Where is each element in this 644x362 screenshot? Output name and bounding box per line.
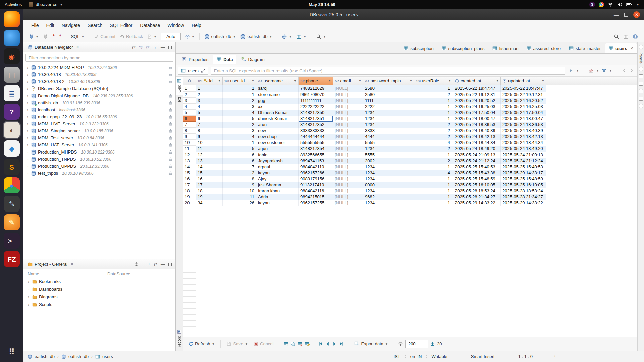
project-tree-item[interactable]: › Bookmarks bbox=[23, 278, 175, 285]
row-number-cell[interactable]: 12 bbox=[183, 152, 196, 158]
cell-userrole[interactable]: 2 bbox=[414, 92, 453, 98]
database-selector[interactable]: eatfish_db▼ bbox=[203, 33, 238, 40]
cell-phone[interactable]: 9962157255 bbox=[299, 200, 333, 206]
breadcrumb-schema[interactable]: eatfish_db bbox=[68, 354, 89, 359]
row-number-cell[interactable]: 3 bbox=[183, 98, 196, 104]
system-menu-chevron-icon[interactable]: ▼ bbox=[636, 3, 639, 6]
table-row[interactable]: 3 3 2 ggg 1111111111 [NULL] 1111 1 2025- bbox=[183, 98, 546, 104]
cell-user-id[interactable]: 6 bbox=[223, 158, 256, 164]
dbeaver-icon[interactable]: ◐ bbox=[4, 122, 20, 138]
cell-user-id[interactable]: 3 bbox=[223, 104, 256, 110]
close-panel-icon[interactable]: ✕ bbox=[76, 45, 79, 49]
search-button[interactable]: ▼ bbox=[314, 33, 328, 40]
cell-password-mpin[interactable]: 3333 bbox=[363, 128, 414, 134]
cell-updated-at[interactable]: 2025-05-24 16:20:52 bbox=[501, 98, 546, 104]
cell-password-mpin[interactable]: 1234 bbox=[363, 110, 414, 116]
table-row[interactable]: 4 4 3 xx 2222222222 [NULL] 2222 1 2025-0 bbox=[183, 104, 546, 110]
cell-userrole[interactable]: 1 bbox=[414, 164, 453, 170]
cell-userrole[interactable]: 2 bbox=[414, 122, 453, 128]
gear-icon[interactable] bbox=[134, 262, 139, 266]
firefox-icon[interactable] bbox=[4, 11, 20, 27]
expander-icon[interactable]: › bbox=[26, 122, 29, 126]
row-number-cell[interactable]: 5 bbox=[183, 110, 196, 116]
cell-userrole[interactable]: 2 bbox=[414, 158, 453, 164]
cell-username[interactable]: arun bbox=[256, 122, 299, 128]
cell-phone[interactable]: 1111111111 bbox=[299, 98, 333, 104]
table-row[interactable]: 6 6 5 dhinesh Kumar 8148217351 [NULL] 12… bbox=[183, 116, 546, 122]
grid-presentation-tab[interactable]: Grid bbox=[176, 77, 183, 95]
cell-phone[interactable]: 8148217350 bbox=[299, 110, 333, 116]
cell-updated-at[interactable]: 2025-05-22 18:47:47 bbox=[501, 85, 546, 92]
cell-id[interactable]: 14 bbox=[196, 164, 223, 170]
cell-created-at[interactable]: 2025-05-24 21:09:13 bbox=[453, 152, 501, 158]
cell-phone[interactable]: 9661708070 bbox=[299, 92, 333, 98]
text-presentation-tab[interactable]: Text bbox=[176, 95, 183, 106]
cell-username[interactable]: drpaul bbox=[256, 164, 299, 170]
column-header-user-id[interactable]: 123 user_id ▼ bbox=[223, 77, 256, 85]
cell-username[interactable]: Imran khan bbox=[256, 188, 299, 194]
menu-item[interactable]: Edit bbox=[43, 20, 58, 31]
cell-email[interactable]: [NULL] bbox=[333, 182, 363, 188]
expander-icon[interactable]: › bbox=[27, 295, 30, 299]
fetch-size-input[interactable]: 200 bbox=[405, 340, 428, 348]
cell-password-mpin[interactable]: 9682 bbox=[363, 194, 414, 200]
cell-user-id[interactable]: 2 bbox=[223, 98, 256, 104]
cell-updated-at[interactable]: 2025-05-24 18:42:13 bbox=[501, 134, 546, 140]
locale-indicator[interactable]: en_IN bbox=[405, 354, 427, 359]
cell-password-mpin[interactable]: 2222 bbox=[363, 104, 414, 110]
cell-user-id[interactable]: 11 bbox=[223, 194, 256, 200]
row-number-cell[interactable]: 15 bbox=[183, 170, 196, 176]
cell-id[interactable]: 1 bbox=[196, 85, 223, 92]
cell-user-id[interactable]: 2 bbox=[223, 122, 256, 128]
sublime-text-icon[interactable]: S bbox=[4, 159, 20, 175]
database-navigator-tab[interactable]: Database Navigator ✕ bbox=[25, 42, 82, 52]
row-number-cell[interactable]: 6 bbox=[183, 116, 196, 122]
cell-id[interactable]: 12 bbox=[196, 152, 223, 158]
cell-created-at[interactable]: 2025-05-25 15:48:59 bbox=[453, 176, 501, 182]
connection-item[interactable]: › MDM_Test_server 10.0.0.84:3306 bbox=[23, 134, 175, 141]
history-forward-icon[interactable] bbox=[629, 68, 634, 73]
cell-password-mpin[interactable]: 4444 bbox=[363, 134, 414, 140]
editor-tab[interactable]: state_master ✕ bbox=[565, 43, 605, 53]
cell-updated-at[interactable]: 2025-05-24 21:12:24 bbox=[501, 158, 546, 164]
menu-item[interactable]: SQL Editor bbox=[106, 20, 136, 31]
cell-username[interactable]: xx bbox=[256, 104, 299, 110]
cell-phone[interactable]: 8932566655 bbox=[299, 152, 333, 158]
column-header-password-mpin[interactable]: A-z password_mpin ▼ bbox=[363, 77, 414, 85]
table-row[interactable]: 12 12 6 fabio 8932566655 [NULL] 5555 1 2 bbox=[183, 152, 546, 158]
cell-id[interactable]: 8 bbox=[196, 128, 223, 134]
cell-updated-at[interactable]: 2025-05-25 15:48:59 bbox=[501, 176, 546, 182]
caret-position-indicator[interactable]: 1 : 1 : 0 bbox=[514, 354, 537, 359]
expand-icon[interactable] bbox=[201, 68, 205, 73]
column-filter-arrow-icon[interactable]: ▼ bbox=[542, 79, 544, 82]
connection-item[interactable]: › eatfish_db 103.91.186.239:3306 bbox=[23, 99, 175, 106]
cell-created-at[interactable]: 2025-05-24 18:00:47 bbox=[453, 116, 501, 122]
cell-user-id[interactable]: 5 bbox=[223, 146, 256, 152]
new-connection-button[interactable]: ▼ bbox=[27, 33, 40, 40]
cell-userrole[interactable]: 1 bbox=[414, 116, 453, 122]
cell-username[interactable]: store name bbox=[256, 92, 299, 98]
row-number-cell[interactable]: 2 bbox=[183, 92, 196, 98]
cell-user-id[interactable]: 9 bbox=[223, 182, 256, 188]
cell-updated-at[interactable]: 2025-05-24 18:36:53 bbox=[501, 122, 546, 128]
table-row[interactable]: 18 18 10 Imran khan 9884042116 [NULL] 12… bbox=[183, 188, 546, 194]
cell-id[interactable]: 13 bbox=[196, 158, 223, 164]
cell-userrole[interactable]: 2 bbox=[414, 146, 453, 152]
cell-created-at[interactable]: 2025-05-24 17:50:04 bbox=[453, 110, 501, 116]
cell-email[interactable]: [NULL] bbox=[333, 98, 363, 104]
cell-id[interactable]: 4 bbox=[196, 104, 223, 110]
table-row[interactable]: 14 14 7 drpaul 9884042110 [NULL] 1234 1 bbox=[183, 164, 546, 170]
cell-userrole[interactable]: 1 bbox=[414, 176, 453, 182]
editor-tab[interactable]: subscription ✕ bbox=[399, 43, 437, 53]
cell-username[interactable]: Ajay bbox=[256, 176, 299, 182]
cell-phone[interactable]: 9884042110 bbox=[299, 164, 333, 170]
cell-updated-at[interactable]: 2025-05-24 18:40:39 bbox=[501, 128, 546, 134]
clock[interactable]: May 29 14:59 bbox=[309, 2, 335, 7]
chevron-down-icon[interactable]: ▼ bbox=[609, 69, 612, 72]
cell-username[interactable]: fabio bbox=[256, 152, 299, 158]
wifi-icon[interactable] bbox=[608, 2, 613, 7]
cell-phone[interactable]: 9113217410 bbox=[299, 182, 333, 188]
close-tab-icon[interactable]: ✕ bbox=[630, 46, 633, 51]
open-sql-script-icon[interactable]: * bbox=[51, 33, 56, 40]
draw-tool-icon[interactable]: ✎ bbox=[4, 196, 20, 212]
